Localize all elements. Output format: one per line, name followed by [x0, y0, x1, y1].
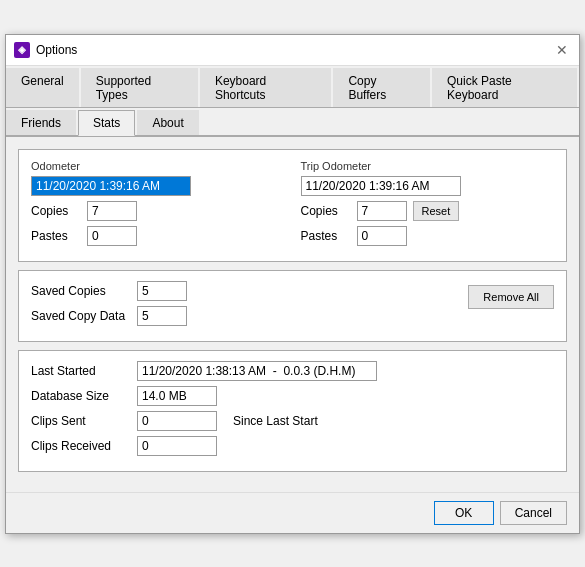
odometer-pastes-row: Pastes: [31, 226, 285, 246]
stats-section: Last Started Database Size Clips Sent Si…: [18, 350, 567, 472]
last-started-input[interactable]: [137, 361, 377, 381]
odometer-label: Odometer: [31, 160, 285, 172]
ok-button[interactable]: OK: [434, 501, 494, 525]
database-size-label: Database Size: [31, 389, 131, 403]
database-size-row: Database Size: [31, 386, 554, 406]
odometer-copies-input[interactable]: [87, 201, 137, 221]
tab-about[interactable]: About: [137, 110, 198, 135]
tab-stats[interactable]: Stats: [78, 110, 135, 136]
saved-copies-row: Saved Copies: [31, 281, 448, 301]
saved-copy-data-input[interactable]: [137, 306, 187, 326]
clips-received-label: Clips Received: [31, 439, 131, 453]
trip-date-input[interactable]: [301, 176, 461, 196]
odometer-date-input[interactable]: [31, 176, 191, 196]
bottom-bar: OK Cancel: [6, 492, 579, 533]
trip-odometer-col: Trip Odometer Copies Reset Pastes: [301, 160, 555, 251]
trip-copies-row: Copies Reset: [301, 201, 555, 221]
clips-sent-input[interactable]: [137, 411, 217, 431]
trip-copies-input[interactable]: [357, 201, 407, 221]
odometer-pastes-input[interactable]: [87, 226, 137, 246]
trip-pastes-label: Pastes: [301, 229, 351, 243]
tab-supported-types[interactable]: Supported Types: [81, 68, 198, 107]
close-button[interactable]: ✕: [553, 41, 571, 59]
window-title: Options: [36, 43, 77, 57]
saved-copies-label: Saved Copies: [31, 284, 131, 298]
last-started-row: Last Started: [31, 361, 554, 381]
clips-sent-label: Clips Sent: [31, 414, 131, 428]
tab-keyboard-shortcuts[interactable]: Keyboard Shortcuts: [200, 68, 332, 107]
since-last-start-label: Since Last Start: [233, 414, 318, 428]
title-bar-left: ◈ Options: [14, 42, 77, 58]
content-area: Odometer Copies Pastes Trip Odome: [6, 137, 579, 492]
tabs-row1: General Supported Types Keyboard Shortcu…: [6, 66, 579, 108]
clips-received-row: Clips Received: [31, 436, 554, 456]
saved-section: Saved Copies Saved Copy Data Remove All: [18, 270, 567, 342]
odometer-col: Odometer Copies Pastes: [31, 160, 285, 251]
saved-copies-input[interactable]: [137, 281, 187, 301]
last-started-label: Last Started: [31, 364, 131, 378]
odometer-pastes-label: Pastes: [31, 229, 81, 243]
trip-pastes-input[interactable]: [357, 226, 407, 246]
tab-friends[interactable]: Friends: [6, 110, 76, 135]
saved-copy-data-row: Saved Copy Data: [31, 306, 448, 326]
saved-copy-data-label: Saved Copy Data: [31, 309, 131, 323]
clips-received-input[interactable]: [137, 436, 217, 456]
odometer-section: Odometer Copies Pastes Trip Odome: [18, 149, 567, 262]
tab-quick-paste-keyboard[interactable]: Quick Paste Keyboard: [432, 68, 577, 107]
odometer-row: Odometer Copies Pastes Trip Odome: [31, 160, 554, 251]
title-bar: ◈ Options ✕: [6, 35, 579, 66]
remove-all-button[interactable]: Remove All: [468, 285, 554, 309]
odometer-date-row: [31, 176, 285, 196]
saved-fields: Saved Copies Saved Copy Data: [31, 281, 448, 331]
tabs-row2: Friends Stats About: [6, 108, 579, 137]
database-size-input[interactable]: [137, 386, 217, 406]
odometer-copies-row: Copies: [31, 201, 285, 221]
trip-date-row: [301, 176, 555, 196]
cancel-button[interactable]: Cancel: [500, 501, 567, 525]
trip-pastes-row: Pastes: [301, 226, 555, 246]
odometer-copies-label: Copies: [31, 204, 81, 218]
app-icon: ◈: [14, 42, 30, 58]
trip-odometer-label: Trip Odometer: [301, 160, 555, 172]
options-window: ◈ Options ✕ General Supported Types Keyb…: [5, 34, 580, 534]
tab-copy-buffers[interactable]: Copy Buffers: [333, 68, 430, 107]
reset-button[interactable]: Reset: [413, 201, 460, 221]
clips-sent-row: Clips Sent Since Last Start: [31, 411, 554, 431]
tab-general[interactable]: General: [6, 68, 79, 107]
trip-copies-label: Copies: [301, 204, 351, 218]
